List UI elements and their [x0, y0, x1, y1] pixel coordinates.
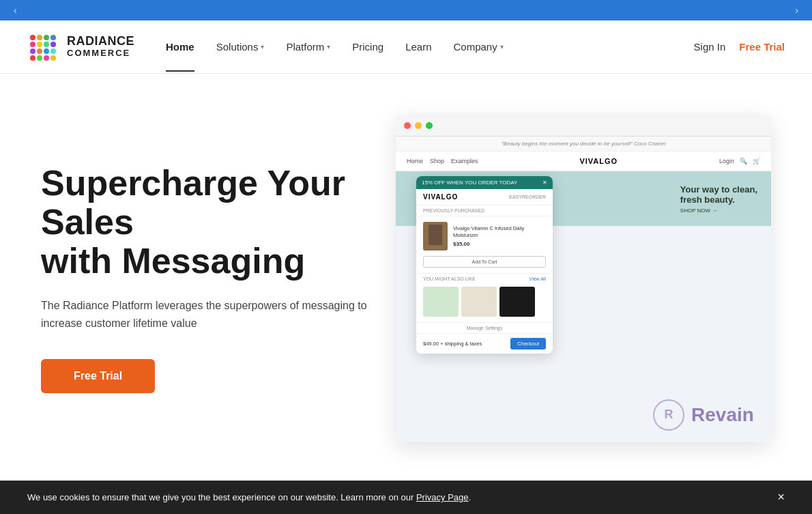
- svg-point-2: [44, 35, 49, 40]
- product-image: [423, 222, 448, 251]
- checkout-price: $49.00 + shipping & taxes: [423, 341, 482, 347]
- prev-purchased-label: PREVIOUSLY PURCHASED: [416, 205, 553, 216]
- free-trial-nav-button[interactable]: Free Trial: [739, 41, 785, 53]
- next-arrow[interactable]: ›: [795, 5, 798, 16]
- product-info: Vivalgo Vitamin C Infused Daily Moisturi…: [453, 225, 546, 247]
- chevron-down-icon: ▾: [327, 43, 330, 51]
- product-card: Vivalgo Vitamin C Infused Daily Moisturi…: [416, 216, 553, 256]
- checkout-row: $49.00 + shipping & taxes Checkout: [416, 333, 553, 354]
- svg-point-14: [44, 55, 49, 61]
- close-icon: ✕: [542, 180, 547, 186]
- hero-headline: Supercharge Your Sales with Messaging: [41, 164, 368, 281]
- hero-section: Supercharge Your Sales with Messaging Th…: [0, 74, 812, 470]
- site-nav: Home Shop Examples VIVALGO Login 🔍 🛒: [396, 152, 771, 171]
- chevron-down-icon: ▾: [261, 43, 264, 51]
- product-thumbnails: [416, 284, 553, 322]
- revain-area: R Revain: [635, 388, 771, 442]
- logo-icon: [27, 31, 60, 63]
- mobile-brand-row: VIVALGO EASYREORDER: [416, 189, 553, 205]
- mobile-overlay: 15% OFF WHEN YOU ORDER TODAY ✕ VIVALGO E…: [416, 176, 553, 354]
- svg-point-13: [37, 55, 42, 61]
- logo-text: RADIANCE COMMERCE: [67, 35, 134, 58]
- svg-point-5: [37, 42, 42, 47]
- minimize-dot: [415, 122, 422, 129]
- svg-text:R: R: [665, 408, 673, 421]
- site-hero-text: Your way to clean, fresh beauty. SHOP NO…: [680, 184, 757, 214]
- brand-sub: COMMERCE: [67, 48, 134, 58]
- you-might-like-header: YOU MIGHT ALSO LIKE View All: [416, 273, 553, 284]
- announcement-bar: ‹ ›: [0, 0, 812, 20]
- svg-point-1: [37, 35, 42, 40]
- logo[interactable]: RADIANCE COMMERCE: [27, 31, 134, 63]
- manage-settings-link[interactable]: Manage Settings: [416, 322, 553, 333]
- chevron-down-icon: ▾: [500, 43, 504, 51]
- checkout-button[interactable]: Checkout: [510, 338, 546, 349]
- mobile-promo-banner: 15% OFF WHEN YOU ORDER TODAY ✕: [416, 176, 553, 189]
- revain-text: Revain: [691, 404, 754, 426]
- svg-point-15: [50, 55, 56, 61]
- site-quote-bar: "Beauty begins the moment you decide to …: [396, 137, 771, 152]
- brand-main: RADIANCE: [67, 35, 134, 48]
- browser-bar: [396, 115, 771, 137]
- hero-right: "Beauty begins the moment you decide to …: [396, 115, 771, 442]
- sign-in-button[interactable]: Sign In: [694, 41, 726, 53]
- svg-point-8: [30, 48, 35, 54]
- svg-point-4: [30, 42, 35, 47]
- svg-point-0: [30, 35, 35, 40]
- svg-point-10: [44, 48, 49, 54]
- nav-pricing[interactable]: Pricing: [341, 22, 394, 72]
- shop-now-link: SHOP NOW →: [680, 208, 757, 214]
- hero-cta-button[interactable]: Free Trial: [41, 359, 155, 393]
- navbar: RADIANCE COMMERCE Home Solutions ▾ Platf…: [0, 20, 812, 74]
- product-thumb-3: [499, 287, 535, 317]
- product-thumb-2: [461, 287, 497, 317]
- site-brand: VIVALGO: [579, 157, 618, 165]
- svg-point-12: [30, 55, 35, 61]
- maximize-dot: [426, 122, 433, 129]
- svg-point-3: [50, 35, 56, 40]
- add-to-cart-button[interactable]: Add To Cart: [423, 256, 546, 268]
- nav-home[interactable]: Home: [155, 22, 205, 72]
- site-nav-links: Home Shop Examples: [407, 158, 478, 165]
- revain-icon: R: [652, 398, 686, 432]
- product-thumb-1: [423, 287, 459, 317]
- hero-subtext: The Radiance Platform leverages the supe…: [41, 297, 368, 332]
- nav-solutions[interactable]: Solutions ▾: [205, 22, 276, 72]
- nav-right: Sign In Free Trial: [694, 41, 785, 53]
- svg-point-7: [50, 42, 56, 47]
- site-nav-right: Login 🔍 🛒: [719, 158, 760, 165]
- view-all-link[interactable]: View All: [530, 276, 546, 281]
- nav-links: Home Solutions ▾ Platform ▾ Pricing Lear…: [155, 22, 694, 72]
- svg-point-9: [37, 48, 42, 54]
- close-dot: [404, 122, 411, 129]
- svg-point-11: [50, 48, 56, 54]
- nav-learn[interactable]: Learn: [394, 22, 442, 72]
- nav-platform[interactable]: Platform ▾: [275, 22, 341, 72]
- prev-arrow[interactable]: ‹: [14, 5, 17, 16]
- svg-point-6: [44, 42, 49, 47]
- hero-left: Supercharge Your Sales with Messaging Th…: [41, 164, 396, 394]
- nav-company[interactable]: Company ▾: [443, 22, 514, 72]
